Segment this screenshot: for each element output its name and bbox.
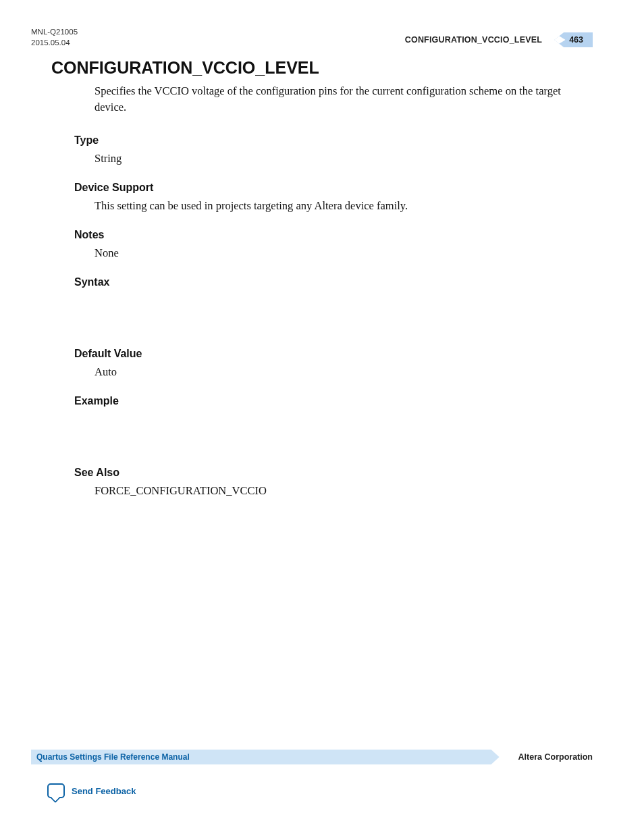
page: MNL-Q21005 2015.05.04 CONFIGURATION_VCCI…: [0, 0, 644, 834]
doc-meta: MNL-Q21005 2015.05.04: [31, 27, 78, 48]
section-heading-device-support: Device Support: [74, 182, 593, 194]
footer-company: Altera Corporation: [518, 752, 593, 762]
section-heading-syntax: Syntax: [74, 276, 593, 288]
section-body-device-support: This setting can be used in projects tar…: [95, 198, 593, 214]
section-heading-default-value: Default Value: [74, 348, 593, 360]
section-heading-example: Example: [74, 395, 593, 407]
running-header: CONFIGURATION_VCCIO_LEVEL 463: [405, 32, 593, 47]
section-body-default-value: Auto: [95, 364, 593, 380]
footer-bar: Quartus Settings File Reference Manual A…: [31, 748, 593, 766]
speech-bubble-icon: [47, 783, 65, 798]
section-body-type: String: [95, 151, 593, 167]
section-heading-type: Type: [74, 134, 593, 147]
doc-id: MNL-Q21005: [31, 27, 78, 38]
section-heading-notes: Notes: [74, 229, 593, 241]
section-body-notes: None: [95, 245, 593, 261]
intro-paragraph: Specifies the VCCIO voltage of the confi…: [95, 83, 593, 115]
example-empty-space: [51, 411, 593, 452]
content: CONFIGURATION_VCCIO_LEVEL Specifies the …: [51, 58, 593, 498]
section-heading-see-also: See Also: [74, 467, 593, 479]
page-title: CONFIGURATION_VCCIO_LEVEL: [51, 58, 593, 78]
send-feedback-label: Send Feedback: [72, 786, 136, 796]
manual-title-link[interactable]: Quartus Settings File Reference Manual: [36, 752, 190, 762]
footer-ribbon: Quartus Settings File Reference Manual: [31, 750, 500, 764]
running-title: CONFIGURATION_VCCIO_LEVEL: [405, 35, 542, 45]
syntax-empty-space: [51, 292, 593, 333]
doc-date: 2015.05.04: [31, 38, 78, 49]
page-number-badge: 463: [554, 32, 593, 47]
section-body-see-also: FORCE_CONFIGURATION_VCCIO: [95, 483, 593, 499]
send-feedback-link[interactable]: Send Feedback: [47, 783, 136, 798]
